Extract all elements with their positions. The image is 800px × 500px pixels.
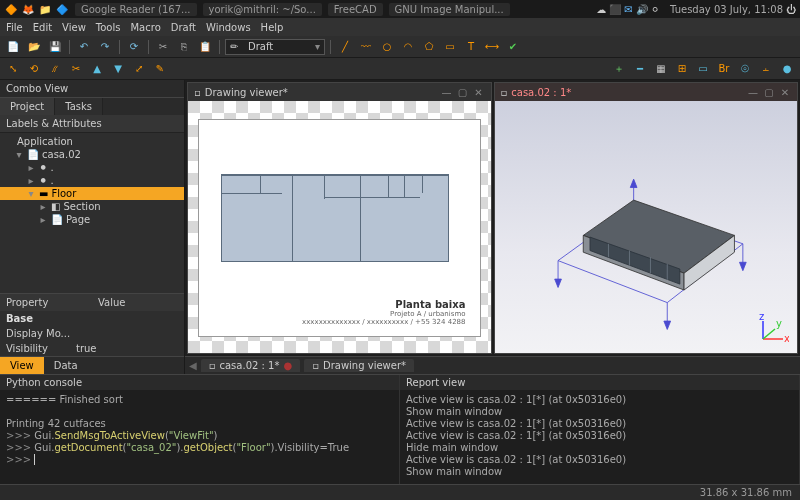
paste-icon[interactable]: 📋 xyxy=(196,38,214,56)
menu-windows[interactable]: Windows xyxy=(206,22,251,33)
axis-triad-icon: z x y xyxy=(757,313,789,345)
copy-icon[interactable]: ⎘ xyxy=(175,38,193,56)
tree-item[interactable]: ▸⚫. xyxy=(0,174,184,187)
tab-tasks[interactable]: Tasks xyxy=(55,98,103,115)
maximize-icon[interactable]: ▢ xyxy=(457,86,469,98)
blender-icon[interactable]: 🔷 xyxy=(55,2,69,16)
tree-item[interactable]: ▸⚫. xyxy=(0,161,184,174)
document-tab[interactable]: ▫ casa.02 : 1* ● xyxy=(201,359,300,372)
prop-row[interactable]: Display Mo... xyxy=(0,326,184,341)
edit-icon[interactable]: ✎ xyxy=(151,60,169,78)
draft-dim-icon[interactable]: ⟷ xyxy=(483,38,501,56)
br-icon[interactable]: Br xyxy=(715,60,733,78)
minimize-icon[interactable]: — xyxy=(747,86,759,98)
menubar: File Edit View Tools Macro Draft Windows… xyxy=(0,18,800,36)
downgrade-icon[interactable]: ▼ xyxy=(109,60,127,78)
svg-marker-8 xyxy=(630,179,637,187)
close-icon[interactable]: ✕ xyxy=(473,86,485,98)
tree-root[interactable]: Application xyxy=(0,135,184,148)
draft-arc-icon[interactable]: ◠ xyxy=(399,38,417,56)
taskbar-item[interactable]: Google Reader (167... xyxy=(75,3,197,16)
console-output[interactable]: ====== Finished sort Printing 42 cutface… xyxy=(0,390,399,484)
menu-view[interactable]: View xyxy=(62,22,86,33)
tray-icon[interactable]: ⬛ xyxy=(609,4,621,15)
taskbar-item[interactable]: GNU Image Manipul... xyxy=(389,3,510,16)
3d-canvas[interactable]: z x y xyxy=(495,101,798,353)
firefox-icon[interactable]: 🦊 xyxy=(21,2,35,16)
svg-text:z: z xyxy=(759,313,764,322)
clock[interactable]: Tuesday 03 July, 11:08 xyxy=(670,4,783,15)
ortho-icon[interactable]: ● xyxy=(778,60,796,78)
tree-document[interactable]: ▾📄casa.02 xyxy=(0,148,184,161)
snap-icon[interactable]: ⦾ xyxy=(736,60,754,78)
document-icon: 📄 xyxy=(27,149,39,160)
3d-view-pane: ▫ casa.02 : 1* — ▢ ✕ xyxy=(494,82,799,354)
taskbar-item[interactable]: FreeCAD xyxy=(328,3,383,16)
tray-icon[interactable]: ☁ xyxy=(596,4,606,15)
rotate-icon[interactable]: ⟲ xyxy=(25,60,43,78)
draft-polygon-icon[interactable]: ⬠ xyxy=(420,38,438,56)
add-icon[interactable]: ＋ xyxy=(610,60,628,78)
draft-wire-icon[interactable]: 〰 xyxy=(357,38,375,56)
tray-icon[interactable]: ⚪ xyxy=(651,4,659,15)
linestyle-icon[interactable]: ━ xyxy=(631,60,649,78)
scale-icon[interactable]: ⤢ xyxy=(130,60,148,78)
close-tab-icon[interactable]: ● xyxy=(283,360,292,371)
prop-tab-view[interactable]: View xyxy=(0,357,44,374)
redo-icon[interactable]: ↷ xyxy=(96,38,114,56)
minimize-icon[interactable]: — xyxy=(441,86,453,98)
trim-icon[interactable]: ✂ xyxy=(67,60,85,78)
draft-rect-icon[interactable]: ▭ xyxy=(441,38,459,56)
pane-icon: ▫ xyxy=(194,87,201,98)
apps-menu-icon[interactable]: 🔶 xyxy=(4,2,18,16)
align-icon[interactable]: ⫠ xyxy=(757,60,775,78)
tree-item-page[interactable]: ▸📄Page xyxy=(0,213,184,226)
move-icon[interactable]: ⤡ xyxy=(4,60,22,78)
menu-macro[interactable]: Macro xyxy=(130,22,160,33)
menu-edit[interactable]: Edit xyxy=(33,22,52,33)
save-icon[interactable]: 💾 xyxy=(46,38,64,56)
menu-file[interactable]: File xyxy=(6,22,23,33)
cut-icon[interactable]: ✂ xyxy=(154,38,172,56)
draft-check-icon[interactable]: ✔ xyxy=(504,38,522,56)
prop-tab-data[interactable]: Data xyxy=(44,357,88,374)
offset-icon[interactable]: ⫽ xyxy=(46,60,64,78)
prop-col-key: Property xyxy=(0,294,92,311)
draft-text-icon[interactable]: T xyxy=(462,38,480,56)
model-tree[interactable]: Application ▾📄casa.02 ▸⚫. ▸⚫. ▾▬Floor ▸◧… xyxy=(0,133,184,228)
refresh-icon[interactable]: ⟳ xyxy=(125,38,143,56)
taskbar-item[interactable]: yorik@mithril: ~/So... xyxy=(203,3,322,16)
tree-item-section[interactable]: ▸◧Section xyxy=(0,200,184,213)
menu-help[interactable]: Help xyxy=(261,22,284,33)
drawing-canvas[interactable]: Planta baixa Projeto A / urbanismo xxxxx… xyxy=(188,101,491,353)
draft-circle-icon[interactable]: ○ xyxy=(378,38,396,56)
tray-icon[interactable]: ✉ xyxy=(624,4,632,15)
files-icon[interactable]: 📁 xyxy=(38,2,52,16)
document-tab[interactable]: ▫ Drawing viewer* xyxy=(304,359,414,372)
separator xyxy=(119,40,120,54)
new-icon[interactable]: 📄 xyxy=(4,38,22,56)
grid-icon[interactable]: ⊞ xyxy=(673,60,691,78)
draft-line-icon[interactable]: ╱ xyxy=(336,38,354,56)
svg-text:y: y xyxy=(776,318,782,329)
report-output[interactable]: Active view is casa.02 : 1[*] (at 0x5031… xyxy=(400,390,799,484)
pane-icon: ▫ xyxy=(501,87,508,98)
open-icon[interactable]: 📂 xyxy=(25,38,43,56)
drawing-viewer-pane: ▫ Drawing viewer* — ▢ ✕ xyxy=(187,82,492,354)
main-toolbar: 📄 📂 💾 ↶ ↷ ⟳ ✂ ⎘ 📋 ✏ Draft ╱ 〰 ○ ◠ ⬠ ▭ T … xyxy=(0,36,800,58)
workbench-selector[interactable]: ✏ Draft xyxy=(225,39,325,55)
tab-scroll-left-icon[interactable]: ◀ xyxy=(189,360,197,371)
prop-row[interactable]: Visibilitytrue xyxy=(0,341,184,356)
tree-item-floor[interactable]: ▾▬Floor xyxy=(0,187,184,200)
upgrade-icon[interactable]: ▲ xyxy=(88,60,106,78)
menu-draft[interactable]: Draft xyxy=(171,22,196,33)
menu-tools[interactable]: Tools xyxy=(96,22,121,33)
maximize-icon[interactable]: ▢ xyxy=(763,86,775,98)
close-icon[interactable]: ✕ xyxy=(779,86,791,98)
tray-icon[interactable]: 🔊 xyxy=(636,4,648,15)
power-icon[interactable]: ⏻ xyxy=(786,4,796,15)
fillstyle-icon[interactable]: ▦ xyxy=(652,60,670,78)
constr-icon[interactable]: ▭ xyxy=(694,60,712,78)
tab-project[interactable]: Project xyxy=(0,98,55,115)
undo-icon[interactable]: ↶ xyxy=(75,38,93,56)
